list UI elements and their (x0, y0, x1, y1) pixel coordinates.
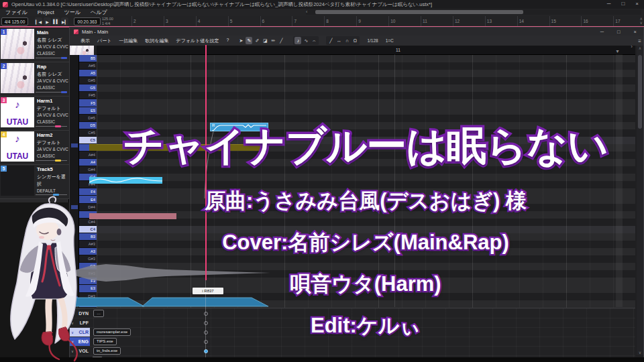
edit-tool-icon[interactable]: ╱ (278, 37, 284, 44)
key-mode[interactable]: 1=C (386, 38, 394, 43)
view-toggle-icon[interactable]: ♪ (294, 37, 301, 44)
arrangement-hscrollbar[interactable]: ‹ (306, 9, 641, 15)
track-renderer[interactable]: CLASSIC (37, 50, 68, 57)
grid-row (97, 62, 635, 70)
expression-control-point[interactable] (204, 349, 208, 353)
piano-key[interactable]: F#5 (79, 92, 97, 99)
expression-option-button[interactable]: tn_fnds.exe (93, 347, 121, 355)
minimize-button[interactable]: ─ (600, 29, 604, 35)
snap-resolution[interactable]: 1/128 (367, 38, 378, 43)
pianoroll-menu-item[interactable]: パート (97, 38, 111, 44)
main-titlebar: OpenUtau v0.1.384.0 [C:\Users\user\Deskt… (0, 0, 644, 9)
maximize-button[interactable]: □ (617, 29, 621, 35)
pianoroll-ruler[interactable]: 11 (97, 46, 635, 55)
volume-slider-thumb[interactable] (61, 57, 67, 59)
track-singer[interactable]: 名前 シレズ (37, 70, 68, 78)
anime-character-art (0, 194, 94, 362)
track-name: Main (37, 29, 68, 36)
note-bar-g4[interactable] (89, 177, 162, 184)
transport-button[interactable]: ▌▌ (52, 17, 60, 25)
snap-tool-icon[interactable]: ╱ (327, 37, 334, 44)
status-bar (0, 357, 644, 362)
track-card[interactable]: 2 Rap 名前 シレズ JA VCV & CVVC CLASSIC (0, 62, 69, 97)
track-volume-slider[interactable] (36, 91, 67, 93)
vscroll-thumb[interactable] (638, 55, 642, 129)
singer-avatar-thumbnail[interactable] (70, 46, 94, 56)
pianoroll-menu-item[interactable]: 歌詞を編集 (145, 38, 168, 44)
track-renderer[interactable]: CLASSIC (37, 153, 68, 160)
utau-note-icon: ♪ (15, 99, 20, 109)
edit-tool-icon[interactable]: ◪ (262, 37, 268, 44)
track-volume-slider[interactable] (36, 125, 67, 127)
piano-key[interactable]: G5 (79, 84, 97, 92)
track-volume-slider[interactable] (36, 160, 67, 162)
pitch-curve (89, 177, 162, 184)
pianoroll-menu-item[interactable]: デフォルト値を設定 (176, 38, 219, 44)
overlay-credit-harm: 唄音ウタ(Harm) (87, 270, 644, 298)
track-singer[interactable]: シンガーを選択 (37, 173, 69, 188)
edit-tool-icon[interactable]: ➤ (237, 37, 244, 44)
arrangement-timeline[interactable]: 125.00 1 4/4 234567891011121314151617 (101, 16, 644, 27)
pianoroll-menu-item[interactable]: ? (226, 38, 229, 44)
track-phonemizer[interactable]: JA VCV & CVVC (37, 146, 68, 153)
transport-button[interactable]: ▶▎ (61, 17, 68, 25)
snap-tool-icon[interactable]: ↔ (335, 37, 342, 44)
grid-row (97, 107, 635, 115)
close-button[interactable]: × (635, 1, 639, 7)
pianoroll-menu-item[interactable]: 表示 (80, 38, 90, 44)
playback-time-box[interactable]: 00:20.363 (74, 17, 101, 25)
track-card[interactable]: 1 Main 名前 シレズ JA VCV & CVVC CLASSIC (0, 28, 69, 62)
menu-item[interactable]: ファイル (5, 9, 28, 16)
track-card[interactable]: 3 ♪ UTAU Harm1 デフォルト JA VCV & CVVC CLASS… (0, 97, 69, 131)
view-toggle-icon[interactable]: ⌢ (311, 37, 317, 44)
track-phonemizer[interactable]: JA VCV & CVVC (37, 78, 68, 84)
snap-tool-icon[interactable]: Ω (352, 37, 358, 44)
scroll-up-icon[interactable]: ∧ (637, 46, 643, 50)
piano-key[interactable]: A5 (79, 70, 97, 77)
transport-button[interactable]: ▎◀ (35, 17, 42, 25)
volume-slider-thumb[interactable] (61, 91, 67, 93)
track-singer[interactable]: 名前 シレズ (37, 36, 68, 44)
edit-tool-icon[interactable]: ✎ (246, 37, 252, 44)
edit-tool-icon[interactable]: ✏ (270, 37, 276, 44)
track-number-badge: 1 (1, 29, 7, 35)
track-singer[interactable]: デフォルト (37, 139, 68, 146)
track-singer[interactable]: デフォルト (37, 105, 68, 112)
transport-button[interactable]: ▶ (44, 17, 51, 25)
snap-tool-icon[interactable]: ∩ (343, 37, 350, 44)
close-button[interactable]: × (634, 29, 637, 35)
bar-number: 14 (517, 16, 549, 27)
piano-key[interactable]: G#5 (79, 77, 97, 84)
scroll-down-icon[interactable]: ∨ (637, 350, 643, 355)
track-renderer[interactable]: CLASSIC (37, 119, 68, 125)
expression-control-point[interactable] (204, 340, 208, 344)
maximize-button[interactable]: □ (621, 1, 625, 7)
view-toggle-icon[interactable]: ∿ (303, 37, 309, 44)
track-phonemizer[interactable]: JA VCV & CVVC (37, 112, 68, 119)
piano-key[interactable]: A#5 (79, 62, 97, 70)
piano-key[interactable]: F5 (79, 99, 97, 107)
expressions-panel-icon[interactable]: ≡ (638, 38, 641, 44)
edit-tool-icon[interactable]: ✐ (254, 37, 260, 44)
timeline-zoom-control[interactable]: ∧∨ (640, 17, 643, 25)
menu-item[interactable]: Project (38, 9, 54, 15)
pianoroll-titlebar[interactable]: Main - Main ─ □ × (70, 27, 643, 36)
app-title: OpenUtau v0.1.384.0 [C:\Users\user\Deskt… (11, 1, 432, 8)
track-phonemizer[interactable]: JA VCV & CVVC (37, 44, 68, 50)
menu-item[interactable]: ツール (64, 9, 80, 16)
piano-key[interactable]: E5 (79, 107, 97, 115)
pianoroll-menu-item[interactable]: 一括編集 (119, 38, 138, 44)
hscroll-thumb[interactable] (315, 10, 523, 14)
volume-slider-thumb[interactable] (55, 125, 61, 127)
minimize-button[interactable]: ─ (607, 1, 611, 7)
track-card[interactable]: 4 ♪ UTAU Harm2 デフォルト JA VCV & CVVC CLASS… (0, 131, 69, 165)
menu-item[interactable]: ヘルプ (91, 9, 107, 16)
volume-slider-thumb[interactable] (55, 160, 61, 162)
track-renderer[interactable]: CLASSIC (37, 84, 68, 91)
collapse-arrow-icon[interactable]: › (631, 44, 633, 50)
grid-row (97, 77, 635, 84)
track-volume-slider[interactable] (36, 57, 67, 59)
meter-tempo-box[interactable]: 4/4 125.00 (1, 17, 28, 25)
piano-key[interactable]: B5 (79, 55, 97, 62)
scroll-left-icon[interactable]: ‹ (306, 9, 307, 14)
